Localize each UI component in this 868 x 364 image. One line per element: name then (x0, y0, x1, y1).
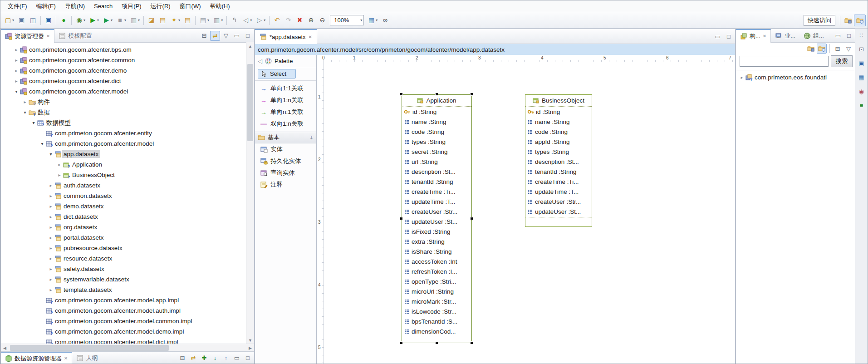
palette-tool-实体[interactable]: 实体 (255, 143, 316, 155)
explorer-horizontal-scrollbar[interactable]: ◀ ▶ (1, 344, 254, 352)
new-connection-icon[interactable]: ✚ (199, 353, 209, 363)
view-tab-0[interactable]: 构...✕ (736, 29, 771, 43)
chevron-down-icon[interactable]: ▾ (360, 18, 362, 22)
tree-expand-icon[interactable]: ▸ (739, 75, 745, 80)
tree-item-[interactable]: ▾?数据 (1, 107, 246, 118)
menu-item[interactable]: 导航(N) (60, 1, 89, 12)
view-tab-1[interactable]: 业... (771, 30, 799, 42)
field-createTime[interactable]: createTime :Ti... (525, 177, 592, 187)
restore-panel-icon[interactable]: ⊡ (856, 44, 867, 54)
dropdown-arrow-icon[interactable]: ▾ (97, 18, 99, 22)
dropdown-arrow-icon[interactable]: ▾ (83, 18, 85, 22)
dropdown-arrow-icon[interactable]: ▾ (124, 18, 126, 22)
dropdown-arrow-icon[interactable]: ▾ (207, 18, 209, 22)
tree-item-safety.datasetx[interactable]: ▸safety.datasetx (1, 264, 246, 274)
view-tab-1[interactable]: 模板配置 (54, 30, 96, 42)
zoom-out-button[interactable]: ⊖ (317, 15, 328, 26)
scroll-left-icon[interactable]: ◀ (1, 344, 9, 352)
profile-button[interactable]: ■▾ (115, 15, 128, 26)
open-resource-button[interactable]: ▤ (157, 15, 168, 26)
list-view-icon[interactable]: ≡ (856, 100, 867, 111)
relation-tool-单向1:n关联[interactable]: →单向1:n关联 (255, 94, 316, 106)
current-perspective-button[interactable] (854, 15, 866, 26)
entity-title[interactable]: Application (402, 95, 471, 107)
menu-item[interactable]: 窗口(W) (175, 1, 206, 12)
breadcrumb[interactable]: com.primeton.gocom.afcenter.model/src/co… (255, 44, 735, 55)
tree-expand-icon[interactable]: ▸ (48, 235, 54, 240)
tree-item-dict.datasetx[interactable]: ▸dict.datasetx (1, 212, 246, 222)
minimize-icon[interactable]: ▭ (232, 353, 242, 363)
tree-expand-icon[interactable]: ▾ (48, 152, 54, 157)
tree-item-BusinessObject[interactable]: ▸?BusinessObject (1, 170, 246, 180)
tree-expand-icon[interactable]: ▸ (22, 99, 28, 104)
entity-Application[interactable]: Applicationid :Stringname :Stringcode :S… (402, 94, 472, 343)
field-openType[interactable]: openType :Stri... (402, 276, 471, 286)
field-microUrl[interactable]: microUrl :String (402, 286, 471, 296)
field-createTime[interactable]: createTime :Ti... (402, 187, 471, 197)
tree-expand-icon[interactable]: ▸ (48, 277, 54, 282)
collapse-all-icon[interactable]: ⊟ (177, 353, 187, 363)
field-types[interactable]: types :String (402, 137, 471, 147)
dropdown-arrow-icon[interactable]: ▾ (138, 18, 140, 22)
field-tenantId[interactable]: tenantId :String (402, 177, 471, 187)
save-button[interactable]: ▣ (16, 15, 27, 26)
field-id[interactable]: id :String (525, 107, 592, 117)
tree-item-pubresource.datasetx[interactable]: ▸pubresource.datasetx (1, 243, 246, 253)
tree-expand-icon[interactable]: ▸ (13, 47, 20, 52)
tree-expand-icon[interactable]: ▾ (13, 89, 20, 94)
tree-item-org.datasetx[interactable]: ▸org.datasetx (1, 222, 246, 232)
tree-item-com.primeton.gocom.afcenter.demo[interactable]: ▸com.primeton.gocom.afcenter.demo (1, 65, 246, 76)
menu-item[interactable]: 编辑(E) (32, 1, 60, 12)
view-tab-0[interactable]: 资源管理器✕ (1, 29, 54, 43)
model-folder-icon[interactable] (817, 44, 827, 54)
tree-item-systemvariable.datasetx[interactable]: ▸systemvariable.datasetx (1, 274, 246, 285)
tree-item-common.datasetx[interactable]: ▸common.datasetx (1, 191, 246, 201)
user-view-icon[interactable]: ◉ (856, 86, 867, 97)
scroll-thumb[interactable] (10, 345, 169, 351)
field-updateTime[interactable]: updateTime :T... (525, 187, 592, 197)
maximize-icon[interactable]: □ (243, 31, 253, 41)
diagram-surface[interactable]: Applicationid :Stringname :Stringcode :S… (324, 62, 735, 364)
tree-item-com.primeton.gocom.afcenter.bps.om[interactable]: ▸com.primeton.gocom.afcenter.bps.om (1, 44, 246, 55)
explorer-vertical-scrollbar[interactable]: ▲ ▼ (246, 42, 254, 344)
scroll-down-icon[interactable]: ▼ (246, 336, 254, 344)
collapse-all-icon[interactable]: ⊟ (833, 44, 843, 54)
view-menu-icon[interactable]: ▽ (221, 31, 231, 41)
quick-access-box[interactable]: 快速访问 (804, 15, 835, 26)
tree-item-[interactable]: ▸?构件 (1, 97, 246, 107)
open-perspective-button[interactable] (842, 15, 854, 26)
close-icon[interactable]: ✕ (46, 34, 50, 39)
select-tool[interactable]: Select (258, 69, 296, 79)
tree-item-com.primeton.gocom.afcenter.model.demo.impl[interactable]: ?com.primeton.gocom.afcenter.model.demo.… (1, 326, 246, 337)
field-isFixed[interactable]: isFixed :String (402, 226, 471, 236)
pin-drawer-icon[interactable]: ↧ (309, 135, 314, 141)
delete-button[interactable]: ✖ (294, 15, 305, 26)
tree-expand-icon[interactable]: ▸ (13, 68, 20, 73)
tree-item-auth.datasetx[interactable]: ▸auth.datasetx (1, 180, 246, 191)
relation-tool-单向1:1关联[interactable]: →单向1:1关联 (255, 83, 316, 94)
search-flashlight-button[interactable]: ✦▾ (169, 15, 181, 26)
zoom-level-select[interactable]: 100%▾ (330, 15, 364, 25)
field-bpsTenantId[interactable]: bpsTenantId :S... (402, 316, 471, 326)
minimize-icon[interactable]: ▭ (232, 31, 242, 41)
selection-handle[interactable] (400, 93, 403, 96)
export-icon[interactable]: ↑ (221, 353, 231, 363)
tree-expand-icon[interactable]: ▸ (56, 172, 63, 177)
link-with-editor-icon[interactable]: ⇄ (210, 31, 220, 41)
debug-button[interactable]: ◉▾ (74, 15, 87, 26)
coverage-button[interactable]: ▥▾ (128, 15, 141, 26)
close-icon[interactable]: ✕ (763, 34, 766, 39)
palette-tool-注释[interactable]: 注释 (255, 179, 316, 191)
relation-tool-双向1:n关联[interactable]: —双向1:n关联 (255, 118, 316, 130)
tree-item-com.primeton.gocom.afcenter.model.app.impl[interactable]: ?com.primeton.gocom.afcenter.model.app.i… (1, 295, 246, 305)
run-button[interactable]: ▶▾ (88, 15, 100, 26)
tree-item-portal.datasetx[interactable]: ▸portal.datasetx (1, 232, 246, 243)
selection-handle[interactable] (400, 217, 403, 220)
tree-expand-icon[interactable]: ▸ (48, 225, 54, 230)
dropdown-arrow-icon[interactable]: ▾ (250, 18, 252, 22)
tree-item-com.primeton.gocom.afcenter.common[interactable]: ▸com.primeton.gocom.afcenter.common (1, 55, 246, 65)
field-secret[interactable]: secret :String (402, 147, 471, 157)
menu-item[interactable]: 帮助(H) (206, 1, 235, 12)
field-createUser[interactable]: createUser :Str... (525, 197, 592, 207)
run-history-button[interactable]: ▶▾ (101, 15, 114, 26)
